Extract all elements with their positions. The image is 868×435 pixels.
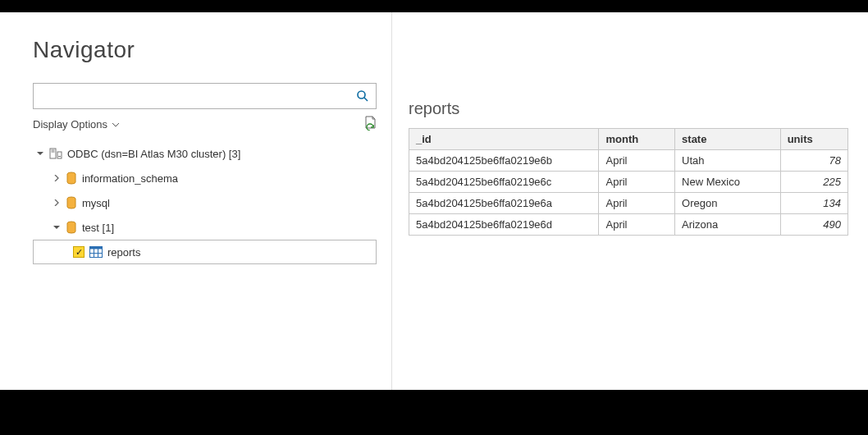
- tree-node-test[interactable]: test [1]: [33, 215, 377, 240]
- cell-units: 134: [780, 193, 847, 214]
- svg-line-1: [364, 98, 368, 101]
- tree-node-label: mysql: [82, 197, 110, 209]
- col-header-id[interactable]: _id: [409, 129, 599, 150]
- chevron-down-icon: [112, 118, 119, 130]
- table-row[interactable]: 5a4bd204125be6ffa0219e6c April New Mexic…: [409, 172, 848, 193]
- cell-state: New Mexico: [675, 172, 781, 193]
- navigator-pane: Navigator Display Options: [0, 12, 392, 390]
- cell-state: Oregon: [675, 193, 781, 214]
- tree-node-label: test [1]: [82, 222, 114, 234]
- cell-state: Utah: [675, 150, 781, 172]
- cell-units: 490: [780, 214, 847, 236]
- tree-node-reports[interactable]: ✓ reports: [33, 240, 377, 264]
- tree-node-mysql[interactable]: mysql: [33, 190, 377, 215]
- svg-rect-4: [52, 152, 55, 153]
- cell-id: 5a4bd204125be6ffa0219e6a: [409, 193, 599, 214]
- cell-id: 5a4bd204125be6ffa0219e6c: [409, 172, 599, 193]
- svg-rect-3: [52, 150, 55, 151]
- cell-month: April: [599, 150, 675, 172]
- caret-right-icon[interactable]: [53, 199, 61, 207]
- bottom-black-bar: [0, 390, 868, 435]
- table-header-row: _id month state units: [409, 129, 848, 150]
- page-title: Navigator: [33, 37, 377, 63]
- server-icon: [49, 147, 62, 160]
- tree-node-label: information_schema: [82, 172, 178, 185]
- search-box[interactable]: [33, 83, 377, 109]
- preview-pane: reports _id month state units 5a4bd20412…: [392, 12, 868, 390]
- tree-node-odbc-root[interactable]: ODBC (dsn=BI Atlas M30 cluster) [3]: [33, 141, 377, 166]
- table-row[interactable]: 5a4bd204125be6ffa0219e6a April Oregon 13…: [409, 193, 848, 214]
- search-input[interactable]: [40, 89, 356, 103]
- display-options-dropdown[interactable]: Display Options: [33, 118, 119, 130]
- caret-right-icon[interactable]: [53, 174, 61, 182]
- caret-down-icon[interactable]: [36, 149, 44, 158]
- table-row[interactable]: 5a4bd204125be6ffa0219e6b April Utah 78: [409, 150, 848, 172]
- cell-units: 225: [780, 172, 847, 193]
- top-black-bar: [0, 0, 868, 12]
- svg-rect-5: [57, 152, 62, 158]
- database-icon: [66, 196, 77, 209]
- cell-id: 5a4bd204125be6ffa0219e6d: [409, 214, 599, 236]
- database-icon: [66, 172, 77, 185]
- table-icon: [89, 246, 103, 258]
- col-header-units[interactable]: units: [780, 129, 847, 150]
- col-header-month[interactable]: month: [599, 129, 675, 150]
- cell-units: 78: [780, 150, 847, 172]
- tree: ODBC (dsn=BI Atlas M30 cluster) [3] info…: [33, 141, 377, 264]
- checkbox-checked-icon[interactable]: ✓: [73, 246, 85, 258]
- cell-month: April: [599, 172, 675, 193]
- preview-table: _id month state units 5a4bd204125be6ffa0…: [409, 128, 848, 236]
- tree-node-information-schema[interactable]: information_schema: [33, 166, 377, 190]
- cell-id: 5a4bd204125be6ffa0219e6b: [409, 150, 599, 172]
- col-header-state[interactable]: state: [675, 129, 781, 150]
- cell-month: April: [599, 214, 675, 236]
- tree-node-label: ODBC (dsn=BI Atlas M30 cluster) [3]: [67, 148, 240, 160]
- preview-title: reports: [409, 99, 848, 118]
- tree-node-label: reports: [107, 246, 140, 259]
- table-row[interactable]: 5a4bd204125be6ffa0219e6d April Arizona 4…: [409, 214, 848, 236]
- cell-month: April: [599, 193, 675, 214]
- display-options-label: Display Options: [33, 118, 107, 130]
- svg-rect-6: [58, 156, 61, 157]
- database-icon: [66, 221, 77, 234]
- search-icon[interactable]: [356, 89, 369, 103]
- svg-point-0: [358, 91, 365, 98]
- caret-down-icon[interactable]: [53, 223, 61, 231]
- svg-rect-11: [90, 247, 103, 250]
- cell-state: Arizona: [675, 214, 781, 236]
- refresh-icon[interactable]: [363, 116, 377, 133]
